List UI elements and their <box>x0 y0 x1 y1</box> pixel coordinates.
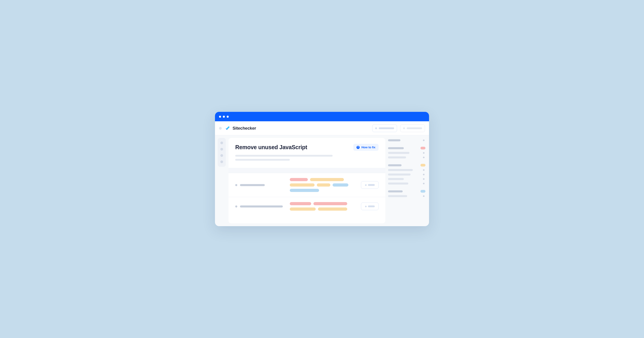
sidebar-item[interactable] <box>220 161 223 163</box>
window-titlebar <box>215 112 429 121</box>
summary-heading-placeholder <box>388 164 402 166</box>
summary-count-placeholder <box>423 140 424 141</box>
how-to-fix-label: How to fix <box>362 146 376 149</box>
summary-group <box>388 147 426 159</box>
how-to-fix-button[interactable]: ? How to fix <box>353 144 378 151</box>
summary-group <box>388 164 426 184</box>
menu-icon[interactable] <box>219 127 222 130</box>
tag-chip <box>290 183 314 186</box>
description-placeholder <box>235 155 332 157</box>
sidebar-nav <box>218 138 226 167</box>
browser-window: Sitechecker Remove unused JavaScript ? H… <box>215 112 429 226</box>
window-control-minimize[interactable] <box>223 116 225 118</box>
status-badge-critical <box>420 147 426 150</box>
description-placeholder <box>235 159 290 161</box>
main-panel: Remove unused JavaScript ? How to fix <box>228 138 385 223</box>
issue-row <box>228 173 385 197</box>
summary-item-placeholder[interactable] <box>388 173 410 175</box>
summary-item-placeholder[interactable] <box>388 178 404 180</box>
summary-item-placeholder[interactable] <box>388 152 410 154</box>
brand-name: Sitechecker <box>232 126 256 131</box>
status-badge-info <box>420 190 426 193</box>
row-action-button[interactable] <box>361 181 378 189</box>
tag-chip <box>290 189 319 192</box>
row-status-icon <box>235 184 237 186</box>
sidebar-item[interactable] <box>220 142 223 144</box>
tag-chip <box>310 178 344 181</box>
summary-heading-placeholder <box>388 190 403 192</box>
summary-sidebar <box>388 138 426 197</box>
tag-chip <box>317 183 330 186</box>
page-title: Remove unused JavaScript <box>235 144 307 151</box>
summary-item-placeholder[interactable] <box>388 157 406 159</box>
summary-item-placeholder[interactable] <box>388 169 413 171</box>
issue-header: Remove unused JavaScript ? How to fix <box>228 138 385 168</box>
tag-chip <box>290 178 308 181</box>
tag-chip <box>314 202 347 205</box>
row-status-icon <box>235 205 237 207</box>
checkmark-icon <box>225 126 230 131</box>
window-control-close[interactable] <box>219 116 221 118</box>
summary-item-placeholder[interactable] <box>388 182 408 184</box>
row-tags <box>290 178 356 192</box>
window-control-maximize[interactable] <box>227 116 229 118</box>
summary-group <box>388 139 426 141</box>
app-toolbar: Sitechecker <box>215 121 429 135</box>
sidebar-item[interactable] <box>220 154 223 157</box>
app-body: Remove unused JavaScript ? How to fix <box>215 135 429 226</box>
issue-row <box>228 197 385 216</box>
sidebar-item[interactable] <box>220 148 223 151</box>
summary-item-placeholder[interactable] <box>388 195 407 197</box>
brand-logo[interactable]: Sitechecker <box>225 126 256 131</box>
toolbar-secondary-button[interactable] <box>400 125 425 132</box>
tag-chip <box>332 183 348 186</box>
tag-chip <box>318 207 347 211</box>
row-url-placeholder <box>240 205 283 207</box>
help-icon: ? <box>356 146 360 149</box>
summary-heading-placeholder <box>388 147 404 149</box>
summary-label-placeholder <box>388 139 400 141</box>
row-action-button[interactable] <box>361 202 378 210</box>
status-badge-warning <box>420 164 426 167</box>
tag-chip <box>290 207 316 211</box>
row-url-placeholder <box>240 184 265 186</box>
row-tags <box>290 202 356 211</box>
filter-bar <box>228 168 385 173</box>
tag-chip <box>290 202 311 205</box>
toolbar-primary-button[interactable] <box>372 125 397 132</box>
summary-group <box>388 190 426 197</box>
